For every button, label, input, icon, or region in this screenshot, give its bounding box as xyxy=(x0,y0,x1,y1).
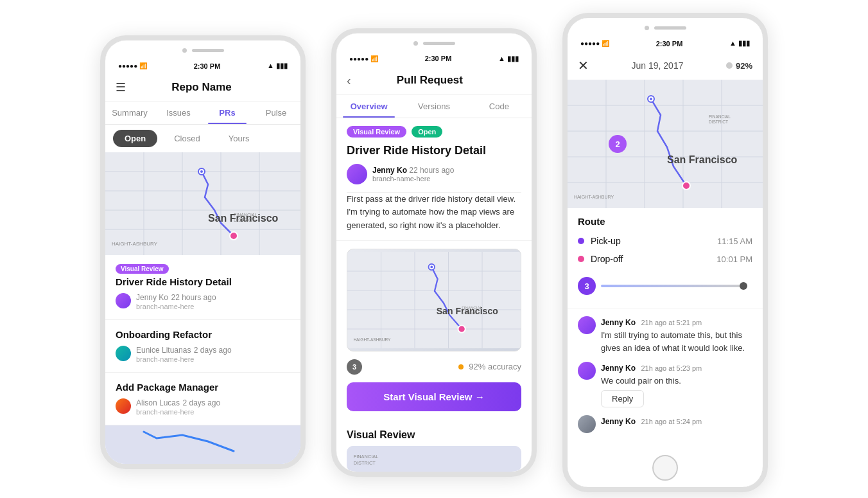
nav-bar-1: ☰ Repo Name xyxy=(105,74,300,102)
pr-detail-content: Visual Review Open Driver Ride History D… xyxy=(336,118,532,472)
pr-meta-3: Alison Lucas 2 days ago branch-name-here xyxy=(116,396,290,416)
pr-time-2: 2 days ago xyxy=(194,346,232,355)
step-number: 3 xyxy=(578,277,596,295)
comment-header-1: Jenny Ko 21h ago at 5:21 pm xyxy=(601,316,752,328)
pr-time-1: 22 hours ago xyxy=(171,293,216,302)
pickup-dot xyxy=(578,238,584,244)
pr-author-row: Jenny Ko 22 hours ago branch-name-here xyxy=(347,164,521,184)
hamburger-icon[interactable]: ☰ xyxy=(116,80,126,94)
pr-detail-header: Visual Review Open Driver Ride History D… xyxy=(336,118,532,184)
battery-1: ▲ ▮▮▮ xyxy=(267,62,288,70)
pickup-label: Pick-up xyxy=(591,236,711,246)
repo-name-title: Repo Name xyxy=(126,81,277,94)
comments-section: Jenny Ko 21h ago at 5:21 pm I'm still tr… xyxy=(568,308,763,449)
step-slider[interactable] xyxy=(601,285,747,287)
comment-author-2: Jenny Ko xyxy=(601,364,636,373)
phone-top-area-1 xyxy=(105,40,300,55)
pull-request-title: Pull Request xyxy=(351,74,508,87)
speaker-3 xyxy=(654,26,686,30)
back-icon[interactable]: ‹ xyxy=(347,73,351,88)
comment-text-2: We could pair on this. xyxy=(601,375,752,387)
step-row: 3 xyxy=(578,272,752,300)
home-button[interactable] xyxy=(652,455,678,481)
badge-row: Visual Review Open xyxy=(347,126,521,138)
camera-2 xyxy=(413,41,418,46)
tab-versions[interactable]: Versions xyxy=(401,95,466,118)
reply-button[interactable]: Reply xyxy=(601,390,644,407)
filter-closed[interactable]: Closed xyxy=(162,130,211,147)
tab-issues[interactable]: Issues xyxy=(154,102,203,124)
avatar-alison xyxy=(116,398,131,414)
avatar-jenny-1 xyxy=(116,293,131,308)
svg-text:DISTRICT: DISTRICT xyxy=(462,310,480,315)
tab-code[interactable]: Code xyxy=(467,95,532,118)
detail-map: San Francisco HAIGHT-ASHBURY FINANCIAL D… xyxy=(347,249,521,351)
nav-bar-2: ‹ Pull Request xyxy=(336,67,532,95)
tab-summary[interactable]: Summary xyxy=(105,102,154,124)
comment-header-footer: Jenny Ko 21h ago at 5:24 pm xyxy=(601,415,752,427)
pr-tab-bar: Summary Issues PRs Pulse xyxy=(105,102,300,125)
svg-text:2: 2 xyxy=(615,139,620,149)
accuracy-text: 92% accuracy xyxy=(469,362,521,371)
pr-author-3: Alison Lucas xyxy=(136,398,180,407)
comment-time-2: 21h ago at 5:23 pm xyxy=(641,364,702,372)
pr-branch-3: branch-name-here xyxy=(136,408,220,416)
dropoff-dot xyxy=(578,256,584,262)
screen-3: ✕ Jun 19, 2017 92% xyxy=(568,51,763,449)
filter-open[interactable]: Open xyxy=(113,130,157,147)
footer-time: 21h ago at 5:24 pm xyxy=(641,418,702,425)
pr-title-1: Driver Ride History Detail xyxy=(116,276,290,287)
camera-3 xyxy=(645,26,649,30)
tab-prs[interactable]: PRs xyxy=(203,102,252,124)
bottom-map-preview xyxy=(105,425,300,464)
time-2: 2:30 PM xyxy=(425,55,452,62)
battery-3: ▲ ▮▮▮ xyxy=(729,39,750,48)
pr-item-1[interactable]: Visual Review Driver Ride History Detail… xyxy=(105,255,300,320)
pr-author-2: Eunice Lituanas xyxy=(136,346,191,355)
filter-yours[interactable]: Yours xyxy=(217,130,261,147)
camera-1 xyxy=(182,48,187,53)
comment-count: 3 xyxy=(347,359,362,375)
svg-text:HAIGHT-ASHBURY: HAIGHT-ASHBURY xyxy=(112,241,158,247)
comment-footer: Jenny Ko 21h ago at 5:24 pm xyxy=(578,415,752,433)
route-section: Route Pick-up 11:15 AM Drop-off 10:01 PM… xyxy=(568,208,763,308)
svg-text:DISTRICT: DISTRICT xyxy=(709,120,728,124)
phone-top-area-2 xyxy=(336,33,532,48)
comment-body-2: Jenny Ko 21h ago at 5:23 pm We could pai… xyxy=(601,362,752,407)
pr-item-3[interactable]: Add Package Manager Alison Lucas 2 days … xyxy=(105,373,300,425)
svg-text:FINANCIAL: FINANCIAL xyxy=(354,454,379,459)
phone-1: ●●●●● 📶 2:30 PM ▲ ▮▮▮ ☰ Repo Name Summar… xyxy=(100,35,306,469)
tab-pulse[interactable]: Pulse xyxy=(252,102,300,124)
review-nav: ✕ Jun 19, 2017 92% xyxy=(568,51,763,80)
visual-review-badge-1: Visual Review xyxy=(116,264,169,274)
visual-review-section-label: Visual Review xyxy=(336,422,532,446)
pr-title-3: Add Package Manager xyxy=(116,382,290,393)
phone-top-area-3 xyxy=(568,18,763,33)
svg-text:HAIGHT-ASHBURY: HAIGHT-ASHBURY xyxy=(574,195,614,199)
pr-item-2[interactable]: Onboarding Refactor Eunice Lituanas 2 da… xyxy=(105,320,300,373)
visual-review-badge-detail: Visual Review xyxy=(347,126,406,138)
dropoff-label: Drop-off xyxy=(591,254,710,264)
pr-meta-1: Jenny Ko 22 hours ago branch-name-here xyxy=(116,291,290,310)
speaker-2 xyxy=(423,42,455,45)
author-name: Jenny Ko xyxy=(372,166,407,175)
dropoff-time: 10:01 PM xyxy=(716,254,752,264)
start-review-button[interactable]: Start Visual Review → xyxy=(347,382,521,411)
status-bar-2: ●●●●● 📶 2:30 PM ▲ ▮▮▮ xyxy=(336,48,532,67)
status-bar-3: ●●●●● 📶 2:30 PM ▲ ▮▮▮ xyxy=(568,33,763,51)
svg-point-10 xyxy=(200,170,203,173)
author-time: 22 hours ago xyxy=(409,166,454,175)
filter-bar: Open Closed Yours xyxy=(105,125,300,152)
tab-overview[interactable]: Overview xyxy=(336,95,401,118)
svg-text:FINANCIAL: FINANCIAL xyxy=(709,114,731,119)
pickup-point: Pick-up 11:15 AM xyxy=(578,232,752,250)
comment-avatar-footer xyxy=(578,415,596,433)
svg-text:San Francisco: San Francisco xyxy=(667,154,738,165)
signal-icons-2: ●●●●● 📶 xyxy=(349,55,378,62)
svg-text:FINANCIAL: FINANCIAL xyxy=(234,213,257,217)
bottom-map-2: FINANCIAL DISTRICT xyxy=(347,446,521,472)
comment-avatar-2 xyxy=(578,362,596,380)
author-info: Jenny Ko 22 hours ago branch-name-here xyxy=(372,166,454,182)
status-bar-1: ●●●●● 📶 2:30 PM ▲ ▮▮▮ xyxy=(105,55,300,74)
close-icon[interactable]: ✕ xyxy=(578,58,589,73)
